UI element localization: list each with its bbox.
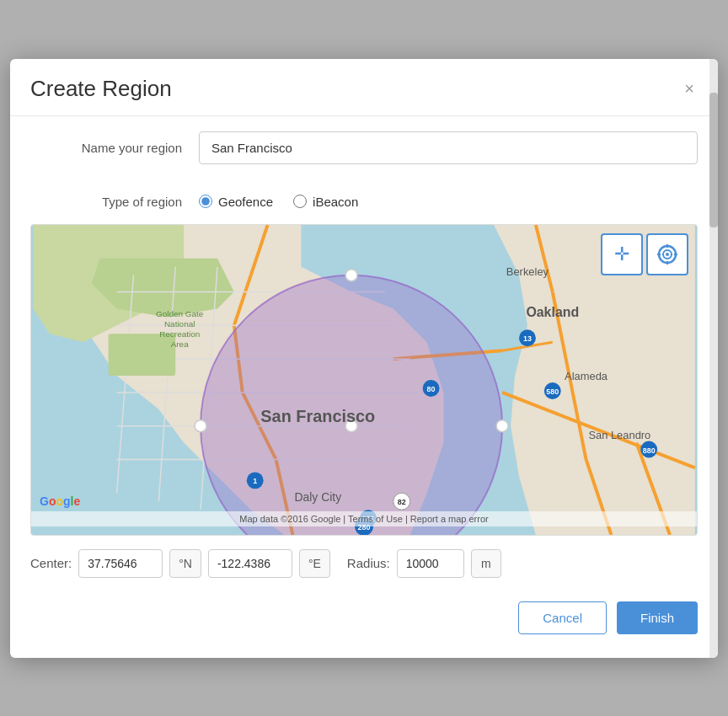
map-svg: San Francisco Oakland Berkeley Alameda S… [31, 225, 697, 535]
type-label: Type of region [30, 195, 199, 209]
ibeacon-label: iBeacon [313, 195, 358, 209]
svg-text:82: 82 [398, 498, 406, 506]
google-logo: Google [40, 494, 80, 508]
svg-text:13: 13 [523, 334, 532, 343]
radius-unit: m [471, 549, 501, 578]
geofence-radio[interactable] [199, 195, 212, 208]
latitude-input[interactable] [78, 549, 163, 578]
svg-text:Recreation: Recreation [159, 329, 200, 339]
svg-text:80: 80 [427, 384, 436, 393]
svg-text:National: National [164, 319, 195, 329]
svg-text:Oakland: Oakland [526, 305, 579, 319]
svg-text:Golden Gate: Golden Gate [156, 309, 204, 318]
finish-button[interactable]: Finish [617, 601, 698, 634]
lng-unit: °E [299, 549, 330, 578]
svg-text:San Francisco: San Francisco [260, 406, 375, 425]
cancel-button[interactable]: Cancel [518, 601, 607, 634]
coords-row: Center: °N °E Radius: m [10, 536, 718, 591]
longitude-input[interactable] [208, 549, 292, 578]
radius-input[interactable] [397, 549, 464, 578]
map-controls: ✛ [601, 233, 688, 275]
radius-label: Radius: [347, 556, 390, 570]
map-container[interactable]: San Francisco Oakland Berkeley Alameda S… [30, 224, 698, 536]
pan-control[interactable]: ✛ [601, 233, 643, 275]
create-region-dialog: Create Region × Name your region Type of… [10, 59, 718, 658]
scrollbar-track[interactable] [709, 59, 718, 658]
center-label: Center: [30, 556, 72, 570]
geofence-option[interactable]: Geofence [199, 195, 273, 209]
svg-text:Berkeley: Berkeley [506, 264, 549, 277]
region-type-group: Geofence iBeacon [199, 195, 358, 209]
svg-point-64 [666, 253, 669, 256]
name-row: Name your region [10, 116, 718, 179]
dialog-header: Create Region × [10, 59, 718, 116]
name-label: Name your region [30, 141, 199, 155]
dialog-title: Create Region [30, 76, 172, 102]
svg-text:Alameda: Alameda [565, 370, 608, 382]
map-attribution: Map data ©2016 Google | Terms of Use | R… [31, 511, 697, 526]
geofence-label: Geofence [218, 195, 273, 209]
svg-text:San Leandro: San Leandro [588, 428, 650, 441]
type-row: Type of region Geofence iBeacon [10, 179, 718, 224]
svg-point-32 [496, 419, 508, 431]
dialog-footer: Cancel Finish [10, 591, 718, 641]
locate-control[interactable] [646, 233, 688, 275]
svg-point-30 [195, 419, 206, 431]
svg-text:1: 1 [253, 477, 257, 485]
svg-text:Area: Area [171, 339, 189, 349]
locate-icon [656, 243, 679, 266]
svg-text:580: 580 [546, 387, 559, 395]
lat-unit: °N [169, 549, 201, 578]
close-button[interactable]: × [681, 77, 698, 100]
svg-rect-27 [109, 334, 176, 376]
svg-point-29 [345, 269, 357, 281]
ibeacon-radio[interactable] [293, 195, 307, 208]
region-name-input[interactable] [199, 131, 698, 164]
svg-text:Daly City: Daly City [294, 490, 341, 504]
ibeacon-option[interactable]: iBeacon [293, 195, 358, 209]
svg-text:880: 880 [643, 446, 656, 454]
scrollbar-thumb[interactable] [709, 93, 718, 227]
